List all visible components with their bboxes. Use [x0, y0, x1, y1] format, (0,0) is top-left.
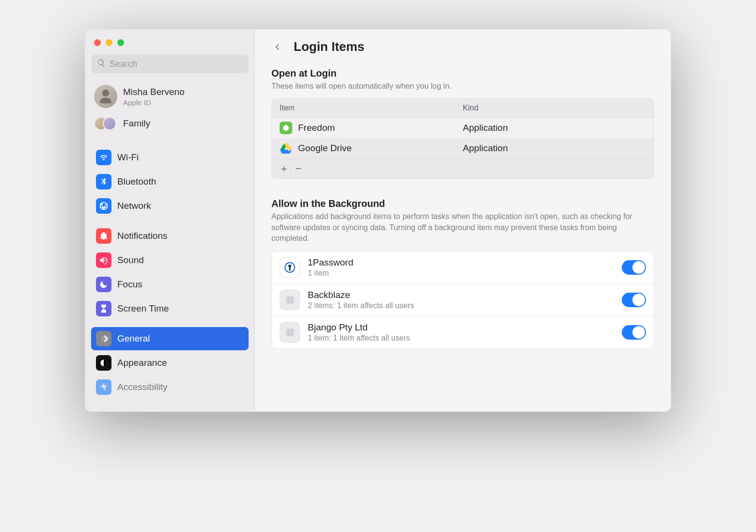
- background-item-name: Bjango Pty Ltd: [308, 322, 614, 333]
- back-button[interactable]: [271, 41, 284, 53]
- background-item-subtitle: 2 items: 1 item affects all users: [308, 301, 614, 310]
- window-controls: [91, 36, 249, 55]
- sidebar-group: Notifications Sound Focus Screen Time: [91, 218, 249, 320]
- table-row[interactable]: Google Drive Application: [272, 138, 654, 158]
- remove-login-item-button[interactable]: −: [291, 162, 306, 175]
- column-header-kind: Kind: [463, 104, 646, 112]
- table-header: Item Kind: [272, 99, 654, 118]
- appearance-icon: [96, 355, 111, 371]
- svg-point-1: [103, 384, 104, 385]
- sidebar-item-label: Appearance: [117, 358, 167, 368]
- page-title: Login Items: [294, 39, 364, 54]
- sidebar-group: Wi-Fi Bluetooth Network: [91, 139, 249, 218]
- background-item-row: 1Password 1 item: [272, 251, 654, 284]
- sidebar-item-label: Bluetooth: [117, 176, 156, 187]
- titlebar: Login Items: [271, 30, 654, 59]
- open-at-login-section: Open at Login These items will open auto…: [271, 59, 654, 179]
- background-item-toggle[interactable]: [622, 260, 646, 275]
- sidebar: Misha Berveno Apple ID Family Wi-Fi: [85, 30, 255, 411]
- sidebar-item-sound[interactable]: Sound: [91, 249, 249, 272]
- sidebar-item-bluetooth[interactable]: Bluetooth: [91, 170, 249, 193]
- chevron-left-icon: [274, 41, 282, 53]
- background-item-subtitle: 1 item: 1 item affects all users: [308, 334, 614, 343]
- gear-icon: [96, 331, 111, 346]
- speaker-icon: [96, 252, 111, 268]
- background-item-subtitle: 1 item: [308, 269, 614, 278]
- sidebar-item-wifi[interactable]: Wi-Fi: [91, 146, 249, 169]
- background-items-section: Allow in the Background Applications add…: [271, 182, 654, 348]
- login-item-name: Freedom: [298, 123, 335, 133]
- background-items-list: 1Password 1 item Backblaze 2 items: 1 it…: [271, 251, 654, 349]
- sidebar-item-label: Wi-Fi: [117, 152, 139, 163]
- sidebar-item-label: Sound: [117, 255, 144, 266]
- add-login-item-button[interactable]: ＋: [277, 162, 291, 175]
- sidebar-item-appearance[interactable]: Appearance: [91, 351, 249, 375]
- close-window-button[interactable]: [94, 39, 101, 46]
- account-row[interactable]: Misha Berveno Apple ID: [91, 82, 249, 111]
- login-item-name: Google Drive: [298, 143, 352, 154]
- account-name: Misha Berveno: [123, 87, 185, 97]
- section-heading: Allow in the Background: [271, 198, 654, 209]
- sidebar-item-label: General: [117, 333, 150, 344]
- background-item-name: 1Password: [308, 257, 614, 268]
- bluetooth-icon: [96, 174, 111, 189]
- section-description: These items will open automatically when…: [271, 81, 654, 92]
- background-item-toggle[interactable]: [622, 293, 646, 307]
- search-field[interactable]: [91, 55, 249, 73]
- table-row[interactable]: Freedom Application: [272, 118, 654, 138]
- sidebar-item-label: Screen Time: [117, 303, 169, 314]
- generic-app-icon: [280, 290, 300, 310]
- login-item-kind: Application: [463, 123, 646, 133]
- settings-window: Misha Berveno Apple ID Family Wi-Fi: [85, 29, 671, 412]
- section-description: Applications add background items to per…: [271, 211, 654, 244]
- sidebar-item-label: Notifications: [117, 231, 168, 241]
- svg-rect-11: [286, 329, 294, 336]
- freedom-app-icon: [280, 122, 292, 134]
- family-label: Family: [123, 118, 150, 129]
- sidebar-group: General Appearance Accessibility: [91, 320, 249, 399]
- sidebar-item-general[interactable]: General: [91, 327, 249, 350]
- sidebar-item-label: Focus: [117, 279, 142, 290]
- svg-rect-9: [289, 267, 291, 271]
- family-avatars: [94, 116, 117, 131]
- sidebar-item-focus[interactable]: Focus: [91, 273, 249, 296]
- svg-marker-5: [280, 150, 290, 154]
- background-item-row: Backblaze 2 items: 1 item affects all us…: [272, 284, 654, 316]
- moon-icon: [96, 277, 111, 292]
- avatar: [94, 85, 117, 108]
- 1password-app-icon: [280, 257, 300, 278]
- account-subtitle: Apple ID: [123, 98, 185, 107]
- search-icon: [97, 59, 106, 69]
- sidebar-item-screen-time[interactable]: Screen Time: [91, 297, 249, 320]
- minimize-window-button[interactable]: [106, 39, 112, 46]
- sidebar-item-label: Accessibility: [117, 382, 167, 392]
- login-item-kind: Application: [463, 143, 646, 154]
- search-input[interactable]: [110, 59, 243, 69]
- table-footer: ＋ −: [272, 158, 654, 178]
- login-items-table: Item Kind Freedom Application: [271, 98, 654, 179]
- hourglass-icon: [96, 301, 111, 316]
- zoom-window-button[interactable]: [117, 39, 124, 46]
- sidebar-item-network[interactable]: Network: [91, 194, 249, 218]
- bell-icon: [96, 228, 111, 244]
- background-item-toggle[interactable]: [622, 325, 646, 340]
- sidebar-item-label: Network: [117, 201, 151, 211]
- generic-app-icon: [280, 322, 300, 343]
- background-item-name: Backblaze: [308, 290, 614, 300]
- section-heading: Open at Login: [271, 68, 654, 79]
- sidebar-item-accessibility[interactable]: Accessibility: [91, 376, 249, 399]
- sidebar-item-notifications[interactable]: Notifications: [91, 224, 249, 248]
- globe-icon: [96, 198, 111, 214]
- accessibility-icon: [96, 379, 111, 395]
- wifi-icon: [96, 150, 111, 165]
- background-item-row: Bjango Pty Ltd 1 item: 1 item affects al…: [272, 316, 654, 348]
- family-row[interactable]: Family: [91, 113, 249, 139]
- google-drive-app-icon: [280, 142, 292, 155]
- svg-rect-10: [286, 296, 294, 304]
- content-pane: Login Items Open at Login These items wi…: [255, 30, 671, 411]
- column-header-item: Item: [280, 104, 463, 112]
